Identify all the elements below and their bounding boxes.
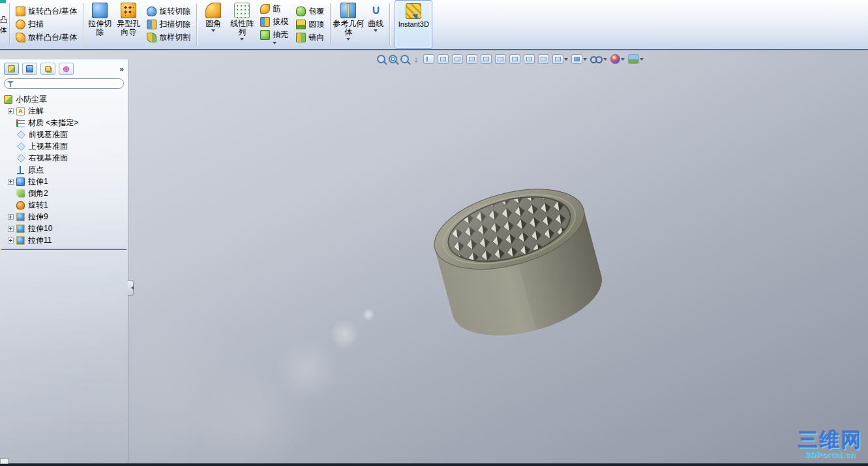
tree-item-extrude10[interactable]: 拉伸10 [0, 223, 128, 234]
tree-item-origin[interactable]: 原点 [0, 164, 128, 176]
zoom-to-area-button[interactable] [389, 55, 397, 63]
swept-cut-button[interactable]: 扫描切除 [145, 18, 192, 31]
view-left-icon [466, 54, 477, 64]
previous-view-icon [412, 54, 420, 64]
apply-scene-button[interactable] [628, 54, 644, 64]
extrude-icon [16, 236, 25, 245]
rib-button[interactable]: 筋 [258, 3, 290, 15]
view-top-button[interactable] [495, 54, 506, 64]
featuremanager-tab-button[interactable] [4, 63, 19, 75]
wrap-dome-mirror-group: 包覆 圆顶 镜向 [292, 0, 328, 49]
lofted-cut-button[interactable]: 放样切割 [145, 31, 192, 44]
reference-geometry-button[interactable]: 参考几何体 [333, 0, 364, 49]
ribbon-separator [196, 3, 197, 46]
expander-icon[interactable] [8, 226, 14, 232]
tree-item-front-plane[interactable]: 前视基准面 [0, 129, 128, 140]
wrap-button[interactable]: 包覆 [294, 5, 326, 18]
tree-item-material[interactable]: 材质 <未指定> [0, 117, 128, 129]
dust-cap-model[interactable] [411, 166, 620, 349]
fillet-dropdown-icon[interactable] [211, 29, 215, 34]
normal-to-button[interactable] [538, 54, 549, 64]
panel-expand-chevron[interactable] [119, 65, 124, 74]
tree-filter-input[interactable] [14, 80, 121, 87]
view-right-button[interactable] [481, 54, 492, 64]
tree-item-annotations[interactable]: 注解 [0, 105, 128, 117]
view-back-button[interactable] [452, 54, 463, 64]
lens-flare [196, 364, 313, 463]
tree-root-part[interactable]: 小防尘罩 [0, 93, 128, 105]
rollback-bar[interactable] [1, 249, 127, 250]
view-bottom-button[interactable] [509, 54, 520, 64]
hole-wizard-button[interactable]: 异型孔向导 [114, 0, 143, 49]
tree-item-extrude11[interactable]: 拉伸11 [0, 234, 128, 246]
previous-view-button[interactable] [412, 54, 420, 64]
lens-flare [274, 337, 339, 403]
reference-geometry-dropdown-icon[interactable] [346, 38, 350, 42]
tree-item-revolve1[interactable]: 旋转1 [0, 199, 128, 211]
view-isometric-button[interactable] [524, 54, 535, 64]
tree-item-extrude1[interactable]: 拉伸1 [0, 176, 128, 187]
instant3d-button[interactable]: Instant3D [395, 0, 432, 49]
expander-icon[interactable] [8, 214, 14, 220]
hide-show-items-button[interactable] [590, 54, 607, 64]
view-orientation-button[interactable] [552, 54, 568, 64]
extruded-cut-button[interactable]: 拉伸切除 [85, 0, 114, 49]
bottom-edge-strip [0, 463, 868, 466]
expander-icon[interactable] [8, 179, 14, 185]
swept-boss-button[interactable]: 扫描 [14, 18, 79, 31]
linear-pattern-dropdown-icon[interactable] [240, 38, 244, 42]
configurationmanager-tab-button[interactable] [40, 63, 55, 75]
display-style-button[interactable] [571, 54, 587, 64]
section-view-button[interactable] [423, 54, 434, 64]
revolved-boss-icon [16, 7, 25, 16]
view-bottom-icon [509, 54, 520, 64]
shell-dropdown-icon[interactable] [273, 42, 277, 46]
tree-item-right-plane[interactable]: 右视基准面 [0, 152, 128, 164]
view-left-button[interactable] [466, 54, 477, 64]
zoom-to-fit-button[interactable] [377, 55, 385, 63]
tree-item-extrude9[interactable]: 拉伸9 [0, 211, 128, 223]
linear-pattern-button[interactable]: 线性阵列 [228, 0, 256, 49]
extruded-cut-label: 拉伸切除 [85, 20, 114, 37]
expander-icon[interactable] [8, 238, 14, 243]
tree-item-top-plane[interactable]: 上视基准面 [0, 140, 128, 152]
fillet-icon [205, 3, 221, 18]
expander-spacer [8, 155, 14, 161]
wrap-label: 包覆 [308, 6, 324, 17]
view-orientation-icon [552, 54, 563, 64]
expander-spacer [8, 191, 14, 196]
expander-spacer [8, 167, 14, 173]
ribbon-separator [9, 3, 10, 46]
tree-item-chamfer2[interactable]: 倒角2 [0, 187, 128, 199]
dimxpertmanager-tab-button[interactable] [59, 63, 74, 75]
fillet-button[interactable]: 圆角 [199, 0, 228, 49]
features-ribbon: 凸 体 旋转凸台/基体 扫描 放样凸台/基体 拉伸切除 异型 [0, 0, 868, 50]
propertymanager-tab-button[interactable] [22, 63, 37, 75]
tree-item-label: 右视基准面 [29, 153, 68, 164]
curves-button[interactable]: 曲线 [364, 0, 387, 49]
zoom-to-selection-button[interactable] [400, 55, 409, 63]
dome-button[interactable]: 圆顶 [294, 18, 326, 31]
wrap-icon [296, 7, 306, 16]
expander-spacer [8, 120, 14, 126]
lofted-boss-label: 放样凸台/基体 [28, 32, 77, 43]
mirror-button[interactable]: 镜向 [294, 31, 326, 44]
lofted-boss-button[interactable]: 放样凸台/基体 [14, 31, 79, 44]
extrude-icon [16, 225, 25, 233]
graphics-area[interactable]: 小防尘罩 注解 材质 <未指定> 前视基准面 [0, 50, 868, 463]
revolved-cut-button[interactable]: 旋转切除 [145, 5, 192, 18]
plane-icon [17, 154, 25, 163]
material-icon [16, 119, 25, 127]
edit-appearance-button[interactable] [610, 54, 625, 64]
plane-icon [17, 142, 25, 151]
revolved-boss-button[interactable]: 旋转凸台/基体 [14, 5, 79, 18]
view-front-button[interactable] [438, 54, 449, 64]
expander-icon[interactable] [8, 108, 14, 114]
shell-button[interactable]: 抽壳 [258, 29, 290, 41]
panel-splitter-handle[interactable] [128, 280, 134, 296]
curves-dropdown-icon[interactable] [374, 29, 378, 34]
tree-root-label: 小防尘罩 [16, 94, 47, 105]
lofted-cut-icon [147, 33, 157, 42]
draft-button[interactable]: 拔模 [258, 16, 290, 28]
extruded-boss-button-partial[interactable]: 凸 体 [0, 0, 7, 49]
